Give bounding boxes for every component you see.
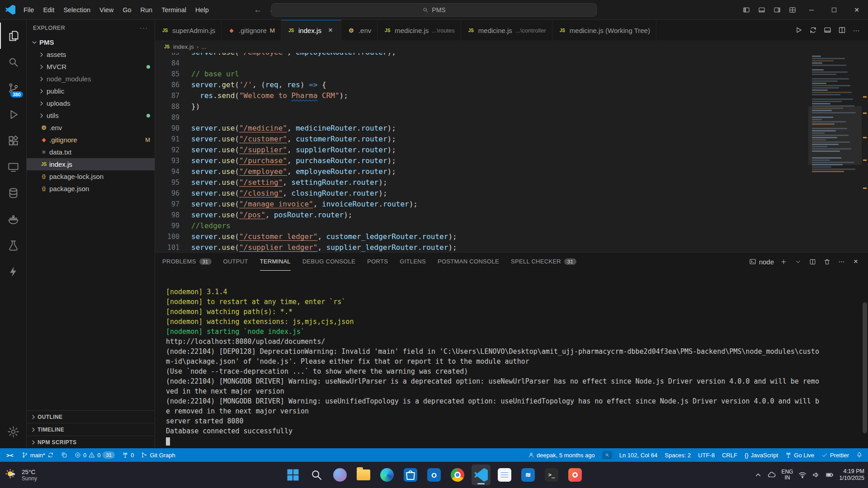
panel-tab-spell-checker[interactable]: SPELL CHECKER31 <box>511 253 576 271</box>
split-terminal-icon[interactable] <box>807 257 817 267</box>
activity-source-control[interactable]: 380 <box>0 75 27 101</box>
activity-search[interactable] <box>0 49 27 75</box>
wifi-icon[interactable] <box>798 471 807 479</box>
taskbar-app-outlook[interactable]: O <box>425 465 443 485</box>
close-icon[interactable]: × <box>326 26 335 35</box>
sidebar-item-package.json[interactable]: {}package.json <box>27 183 155 195</box>
eol-selector[interactable]: CRLF <box>718 448 741 462</box>
taskbar-app-chrome[interactable] <box>448 465 467 485</box>
more-actions-icon[interactable]: ··· <box>850 24 863 36</box>
menu-edit[interactable]: Edit <box>38 0 59 19</box>
taskbar-app-edge[interactable] <box>377 465 396 485</box>
activity-run-and-debug[interactable] <box>0 101 27 127</box>
tree-root-pms[interactable]: PMS <box>27 36 155 48</box>
minimap[interactable] <box>808 53 862 252</box>
menu-help[interactable]: Help <box>191 0 213 19</box>
sidebar-item-index.js[interactable]: JSindex.js <box>27 158 155 170</box>
sidebar-item-assets[interactable]: assets <box>27 48 155 61</box>
problems-summary[interactable]: 0 0 31 <box>71 448 118 462</box>
language-mode[interactable]: {} JavaScript <box>741 448 782 462</box>
open-changes-icon[interactable] <box>807 24 819 36</box>
nav-back-icon[interactable]: ← <box>254 5 262 14</box>
activity-settings[interactable] <box>0 418 27 445</box>
remote-indicator[interactable]: >< <box>2 448 18 462</box>
overview-ruler[interactable] <box>862 53 868 252</box>
prettier-status[interactable]: Prettier <box>818 448 853 462</box>
sidebar-item-utils[interactable]: utils <box>27 109 155 122</box>
sidebar-item-.env[interactable]: ⚙.env <box>27 122 155 134</box>
taskbar-app-vscode[interactable] <box>472 465 491 485</box>
section-npm-scripts[interactable]: NPM SCRIPTS <box>27 436 155 448</box>
activity-thunder-client[interactable] <box>0 258 27 285</box>
split-editor-icon[interactable] <box>835 24 848 36</box>
taskbar-app-photos[interactable] <box>566 465 585 485</box>
section-timeline[interactable]: TIMELINE <box>27 423 155 436</box>
activity-extensions[interactable] <box>0 127 27 154</box>
sidebar-item-package-lock.json[interactable]: {}package-lock.json <box>27 170 155 183</box>
breadcrumb-rest[interactable]: ... <box>201 43 206 50</box>
tab-medicine.js[interactable]: JSmedicine.js...\controller <box>461 20 552 40</box>
terminal-dropdown-icon[interactable] <box>793 257 803 267</box>
menu-go[interactable]: Go <box>118 0 136 19</box>
toggle-layout-icon[interactable] <box>821 24 834 36</box>
sidebar-item-node-modules[interactable]: node_modules <box>27 73 155 85</box>
zoom-indicator[interactable] <box>599 448 616 462</box>
broadcast-count[interactable]: 0 <box>118 448 137 462</box>
tab-medicine.js--working-tree-[interactable]: JSmedicine.js (Working Tree) <box>552 20 656 40</box>
sidebar-more-icon[interactable]: ··· <box>140 25 149 31</box>
taskbar-app-search[interactable] <box>307 465 326 485</box>
panel-tab-debug-console[interactable]: DEBUG CONSOLE <box>302 253 355 271</box>
volume-icon[interactable] <box>812 471 820 479</box>
run-button[interactable] <box>792 24 805 36</box>
panel-tab-ports[interactable]: PORTS <box>367 253 388 271</box>
encoding[interactable]: UTF-8 <box>694 448 718 462</box>
kill-terminal-icon[interactable] <box>822 257 832 267</box>
tab-.env[interactable]: ⚙.env <box>341 20 377 40</box>
tab-superadmin.js[interactable]: JSsuperAdmin.js <box>155 20 222 40</box>
terminal-shell-selector[interactable]: node <box>749 258 774 266</box>
new-terminal-icon[interactable] <box>778 257 788 267</box>
tab-medicine.js[interactable]: JSmedicine.js...\routes <box>377 20 461 40</box>
activity-remote-explorer[interactable] <box>0 154 27 180</box>
taskbar-app-start[interactable] <box>283 465 302 485</box>
sidebar-item-uploads[interactable]: uploads <box>27 97 155 109</box>
activity-testing[interactable] <box>0 232 27 258</box>
clock[interactable]: 4:19 PM 1/10/2025 <box>839 468 864 482</box>
panel-tab-gitlens[interactable]: GITLENS <box>400 253 426 271</box>
breadcrumb-file[interactable]: index.js <box>173 43 194 50</box>
taskbar-app-file-explorer[interactable] <box>354 465 373 485</box>
taskbar-app-copilot[interactable] <box>330 465 349 485</box>
maximize-button[interactable]: ☐ <box>823 0 845 19</box>
notifications-bell[interactable] <box>853 448 866 462</box>
section-outline[interactable]: OUTLINE <box>27 410 155 423</box>
taskbar-app-store[interactable] <box>401 465 420 485</box>
toggle-panel-icon[interactable] <box>755 4 769 16</box>
cursor-position[interactable]: Ln 102, Col 64 <box>616 448 661 462</box>
git-graph-button[interactable]: Git Graph <box>137 448 179 462</box>
battery-icon[interactable] <box>826 471 834 479</box>
input-language[interactable]: ENG IN <box>781 469 793 481</box>
activity-sqltools[interactable] <box>0 180 27 206</box>
go-live-button[interactable]: Go Live <box>782 448 818 462</box>
terminal-scrollbar[interactable] <box>863 302 867 433</box>
weather-widget[interactable]: 25°C Sunny <box>5 468 37 482</box>
tab-index.js[interactable]: JSindex.js× <box>281 20 341 40</box>
toggle-sidebar-icon[interactable] <box>740 4 753 16</box>
sidebar-item-data.txt[interactable]: ≡data.txt <box>27 146 155 158</box>
command-center-search[interactable]: PMS <box>271 3 597 17</box>
menu-terminal[interactable]: Terminal <box>157 0 191 19</box>
sidebar-item-mvcr[interactable]: MVCR <box>27 61 155 73</box>
panel-more-icon[interactable] <box>836 257 846 267</box>
sidebar-item-.gitignore[interactable]: ◆.gitignoreM <box>27 134 155 146</box>
panel-tab-terminal[interactable]: TERMINAL <box>260 253 291 271</box>
customize-layout-icon[interactable] <box>786 4 799 16</box>
panel-tab-postman-console[interactable]: POSTMAN CONSOLE <box>438 253 499 271</box>
tray-expand-icon[interactable] <box>754 471 762 479</box>
panel-tab-output[interactable]: OUTPUT <box>223 253 248 271</box>
menu-file[interactable]: File <box>19 0 38 19</box>
minimize-button[interactable]: ─ <box>800 0 823 19</box>
gitlens-compare[interactable] <box>57 448 71 462</box>
taskbar-app-azure-data-studio[interactable]: ≋ <box>519 465 538 485</box>
onedrive-icon[interactable] <box>768 471 776 479</box>
activity-docker[interactable] <box>0 206 27 232</box>
